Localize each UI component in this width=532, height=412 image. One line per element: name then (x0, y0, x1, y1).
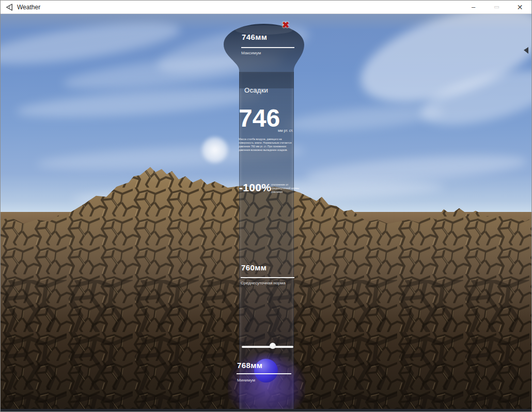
minimize-button[interactable]: – (462, 1, 485, 13)
min-label: Минимум (237, 378, 255, 383)
window-controls: – ▭ ✕ (462, 1, 531, 13)
pressure-unit: мм рт. ст. (278, 129, 293, 132)
cloud (15, 83, 264, 123)
norm-label: Среднесуточная норма (241, 281, 286, 285)
slider-track[interactable] (242, 346, 293, 348)
deviation-note: отклонение от среднесуточной нормы давле… (271, 183, 301, 194)
pressure-description: Масса столба воздуха, давящего на поверх… (239, 138, 297, 152)
slider-thumb[interactable] (270, 343, 276, 349)
window-title: Weather (17, 4, 40, 11)
barometer-bulb (217, 21, 310, 88)
scene-viewport: ✖ 746мм Максимум Осадки 746 мм рт. ст. М… (1, 14, 531, 412)
pressure-value: 746 (239, 106, 280, 131)
cursor-artifact (524, 47, 528, 54)
max-label: Максимум (241, 51, 261, 55)
max-underline (241, 47, 294, 48)
panel-close-icon[interactable]: ✖ (282, 20, 289, 30)
norm-underline (241, 277, 294, 278)
cloud (284, 101, 445, 136)
titlebar: Weather – ▭ ✕ (1, 1, 531, 14)
norm-value: 760мм (241, 263, 267, 272)
unity-logo-icon (5, 3, 13, 11)
min-value: 768мм (237, 361, 262, 370)
section-title: Осадки (244, 86, 268, 94)
min-underline (237, 373, 291, 374)
bottom-strip (1, 409, 531, 412)
maximize-button[interactable]: ▭ (485, 1, 508, 13)
app-window: Weather – ▭ ✕ (0, 0, 532, 412)
deviation-value: -100% (239, 181, 271, 194)
close-button[interactable]: ✕ (508, 1, 531, 13)
max-value: 746мм (242, 33, 267, 41)
